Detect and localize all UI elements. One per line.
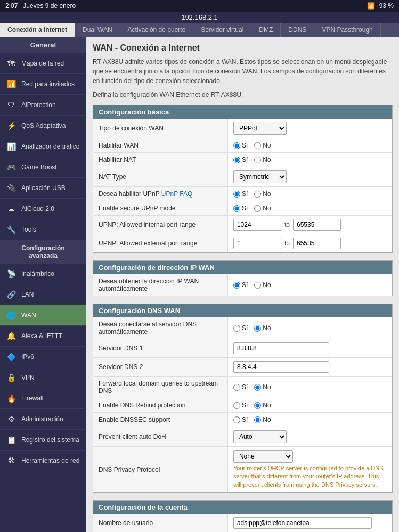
- forward-local-yes-radio[interactable]: [233, 384, 240, 391]
- dns2-label: Servidor DNS 2: [93, 358, 227, 377]
- upnp-internal-value: to: [227, 216, 392, 234]
- upnp-internal-to-input[interactable]: [293, 219, 341, 231]
- sidebar-item-analizador[interactable]: 📊 Analizador de tráfico: [0, 136, 86, 157]
- sidebar-item-inalambrico[interactable]: 📡 Inalámbrico: [0, 264, 86, 284]
- tab-activacion-puerto[interactable]: Activación de puerto: [120, 23, 194, 37]
- sidebar-item-administracion[interactable]: ⚙ Administración: [0, 409, 86, 430]
- dnssec-no-radio[interactable]: [254, 416, 261, 423]
- aicloud-icon: ☁: [5, 203, 17, 215]
- enable-nat-yes-label[interactable]: Sí: [233, 156, 248, 163]
- sidebar-item-red-invitados[interactable]: 📶 Red para invitados: [0, 74, 86, 95]
- tab-vpn-passthrough[interactable]: VPN Passthrough: [314, 23, 380, 37]
- basic-config-section: Configuración básica Tipo de conexión WA…: [93, 105, 393, 253]
- sidebar-item-firewall[interactable]: 🔥 Firewall: [0, 388, 86, 409]
- tab-conexion-internet[interactable]: Conexión a Internet: [0, 23, 75, 37]
- secure-upnp-no-label[interactable]: No: [254, 204, 271, 212]
- auto-ip-no-label[interactable]: No: [254, 281, 271, 289]
- basic-config-table: Tipo de conexión WAN PPPoE DHCP Static I…: [93, 119, 392, 252]
- upnp-faq-link[interactable]: UPnP FAQ: [161, 190, 192, 198]
- prevent-doh-select[interactable]: Auto No Yes: [233, 430, 287, 443]
- tab-ddns[interactable]: DDNS: [281, 23, 314, 37]
- upnp-external-to-input[interactable]: [293, 238, 341, 249]
- dnssec-no-label[interactable]: No: [254, 416, 271, 423]
- forward-local-no-label[interactable]: No: [254, 383, 271, 391]
- account-config-section: Configuración de la cuenta Nombre de usu…: [93, 500, 393, 532]
- tab-servidor-virtual[interactable]: Servidor virtual: [193, 23, 251, 37]
- dns-privacy-select[interactable]: None DNS over TLS: [233, 450, 293, 463]
- dnssec-yes-radio[interactable]: [233, 416, 240, 423]
- prevent-doh-value: Auto No Yes: [227, 427, 392, 447]
- sidebar-item-game-boost[interactable]: 🎮 Game Boost: [0, 157, 86, 178]
- enable-wan-no-radio[interactable]: [254, 142, 261, 149]
- sidebar-item-alexa[interactable]: 🔔 Alexa & IFTTT: [0, 326, 86, 347]
- auto-dns-row: Desea conectarse al servidor DNS automát…: [93, 317, 392, 339]
- dns2-input[interactable]: [233, 361, 329, 373]
- auto-ip-yes-label[interactable]: Sí: [233, 281, 248, 289]
- enable-nat-yes-radio[interactable]: [233, 157, 240, 163]
- tab-dmz[interactable]: DMZ: [251, 23, 281, 37]
- secure-upnp-yes-radio[interactable]: [233, 205, 240, 212]
- auto-dns-label: Desea conectarse al servidor DNS automát…: [93, 317, 227, 339]
- enable-upnp-yes-label[interactable]: Sí: [233, 190, 248, 198]
- nat-type-select[interactable]: Symmetric Full Cone: [233, 170, 287, 183]
- dns-privacy-row: DNS Privacy Protocol None DNS over TLS Y…: [93, 447, 392, 493]
- tab-dual-wan[interactable]: Dual WAN: [75, 23, 120, 37]
- dns-rebind-no-radio[interactable]: [254, 402, 261, 409]
- auto-dns-yes-label[interactable]: Sí: [233, 324, 248, 332]
- auto-ip-no-radio[interactable]: [254, 282, 261, 289]
- sidebar-item-herramientas[interactable]: 🛠 Herramientas de red: [0, 451, 86, 471]
- enable-nat-no-radio[interactable]: [254, 157, 261, 163]
- sidebar-item-aicloud[interactable]: ☁ AiCloud 2.0: [0, 199, 86, 219]
- auto-dns-no-radio[interactable]: [254, 325, 261, 332]
- sidebar-item-lan[interactable]: 🔗 LAN: [0, 284, 86, 305]
- upnp-internal-range: to: [233, 219, 387, 231]
- sidebar-item-qos[interactable]: ⚡ QoS Adaptativa: [0, 116, 86, 136]
- enable-upnp-no-label[interactable]: No: [254, 190, 271, 198]
- sidebar-item-vpn[interactable]: 🔒 VPN: [0, 367, 86, 388]
- upnp-internal-from-input[interactable]: [233, 219, 281, 231]
- upnp-internal-row: UPNP: Allowed internal port range to: [93, 216, 392, 234]
- forward-local-no-radio[interactable]: [254, 384, 261, 391]
- vpn-icon: 🔒: [5, 372, 17, 383]
- date-display: Jueves 9 de enero: [23, 2, 76, 10]
- dhcp-link[interactable]: DHCP: [268, 465, 284, 471]
- upnp-external-from-input[interactable]: [233, 238, 281, 249]
- sidebar-item-registro[interactable]: 📋 Registro del sistema: [0, 430, 86, 451]
- enable-upnp-radio-group: Sí No: [233, 190, 387, 198]
- wan-connection-label: Tipo de conexión WAN: [93, 119, 227, 138]
- sidebar-item-ipv6[interactable]: 🔷 IPv6: [0, 347, 86, 367]
- username-input[interactable]: [233, 517, 372, 529]
- secure-upnp-no-radio[interactable]: [254, 205, 261, 212]
- auto-dns-yes-radio[interactable]: [233, 325, 240, 332]
- dns-rebind-yes-radio[interactable]: [233, 402, 240, 409]
- enable-upnp-no-radio[interactable]: [254, 191, 261, 198]
- sidebar-item-mapa[interactable]: 🗺 Mapa de la red: [0, 53, 86, 74]
- enable-nat-label: Habilitar NAT: [93, 153, 227, 167]
- enable-nat-no-label[interactable]: No: [254, 156, 271, 163]
- secure-upnp-yes-label[interactable]: Sí: [233, 204, 248, 212]
- auto-ip-yes-radio[interactable]: [233, 282, 240, 289]
- upnp-external-to-label: to: [284, 240, 290, 247]
- sidebar-item-wan[interactable]: 🌐 WAN: [0, 305, 86, 326]
- sidebar-item-aiprotection[interactable]: 🛡 AiProtection: [0, 95, 86, 116]
- sidebar-label-mapa: Mapa de la red: [21, 60, 64, 67]
- wan-connection-select[interactable]: PPPoE DHCP Static IP: [233, 122, 287, 135]
- forward-local-yes-label[interactable]: Sí: [233, 383, 248, 391]
- forward-local-radio-group: Sí No: [233, 383, 387, 391]
- firewall-icon: 🔥: [5, 392, 17, 404]
- enable-wan-no-label[interactable]: No: [254, 142, 271, 149]
- ip-bar: 192.168.2.1: [0, 12, 399, 23]
- sidebar-label-alexa: Alexa & IFTTT: [21, 332, 62, 340]
- content-area: WAN - Conexión a Internet RT-AX88U admit…: [86, 37, 399, 532]
- dns-rebind-no-label[interactable]: No: [254, 402, 271, 409]
- enable-wan-yes-radio[interactable]: [233, 142, 240, 149]
- auto-dns-no-label[interactable]: No: [254, 324, 271, 332]
- enable-upnp-yes-radio[interactable]: [233, 191, 240, 198]
- dns1-input[interactable]: [233, 342, 329, 354]
- dnssec-yes-label[interactable]: Sí: [233, 416, 248, 423]
- enable-wan-yes-label[interactable]: Sí: [233, 142, 248, 149]
- sidebar-item-tools[interactable]: 🔧 Tools: [0, 219, 86, 240]
- dns-rebind-yes-label[interactable]: Sí: [233, 402, 248, 409]
- sidebar-item-aplicacion-usb[interactable]: 🔌 Aplicación USB: [0, 178, 86, 199]
- forward-local-yes-text: Sí: [242, 383, 248, 391]
